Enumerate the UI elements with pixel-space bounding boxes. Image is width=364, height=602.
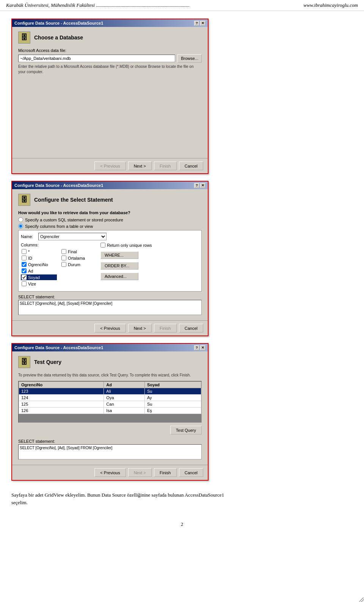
cancel-button[interactable]: Cancel [179, 161, 203, 170]
cancel-button3[interactable]: Cancel [179, 468, 203, 477]
cell-su1: Su [144, 388, 201, 395]
return-unique-label: Return only unique rows [107, 243, 152, 248]
database-icon3: 🗄 [18, 356, 30, 368]
columns-left: Columns: * Final [21, 243, 97, 287]
select-textarea[interactable]: SELECT [OgrenciNo], [Ad], [Soyad] FROM [… [18, 300, 202, 315]
name-select[interactable]: Ogrenciler [38, 233, 107, 240]
radio2-input[interactable] [18, 224, 23, 229]
advanced-button[interactable]: Advanced... [100, 273, 138, 280]
cell-su2: Su [144, 401, 201, 408]
col-ortalama-cb[interactable] [61, 256, 66, 260]
browse-button[interactable]: Browse... [177, 54, 202, 63]
col-ad-cb[interactable] [22, 268, 27, 273]
orderby-button[interactable]: ORDER BY... [100, 262, 138, 270]
name-row: Name: Ogrenciler [21, 233, 199, 240]
footer-text1: Sayfaya bir adet GridView ekleyelim. Bun… [11, 492, 224, 498]
dialog2-body: 🗄 Configure the Select Statement How wou… [12, 189, 208, 320]
header-left: Karabük Üniversitesi, Mühendislik Fakült… [6, 2, 190, 8]
dialog3-footer: < Previous Next > Finish Cancel [12, 465, 208, 480]
name-label: Name: [21, 234, 36, 239]
spacer1 [18, 78, 202, 154]
col-soyad-cb[interactable] [22, 275, 27, 280]
col-id-cb[interactable] [22, 256, 27, 260]
prev-button[interactable]: < Previous [94, 161, 126, 170]
col-durum: Durum [61, 262, 97, 267]
file-input[interactable] [18, 55, 175, 62]
cancel-button2[interactable]: Cancel [179, 324, 203, 332]
dialog1-titlebar: Configure Data Source - AccessDataSource… [12, 19, 208, 27]
dialog2-close-btn[interactable]: ✕ [200, 183, 206, 188]
header-right: www.ibrahimcayiroglu.com [303, 2, 358, 8]
dialog3-body: 🗄 Test Query To preview the data returne… [12, 351, 208, 465]
cell-can: Can [104, 401, 145, 408]
select-label3: SELECT statement: [18, 439, 202, 444]
file-input-row: Browse... [18, 54, 202, 63]
next-button3[interactable]: Next > [128, 468, 152, 477]
radio1-input[interactable] [18, 217, 23, 222]
page-content: Configure Data Source - AccessDataSource… [0, 11, 364, 514]
radio2-option: Specify columns from a table or view [18, 224, 202, 229]
dialog3-close-btn[interactable]: ✕ [200, 345, 206, 350]
page-number: 2 [0, 521, 364, 527]
finish-button[interactable]: Finish [154, 161, 177, 170]
finish-button3[interactable]: Finish [154, 468, 177, 477]
dialog1-close-btn[interactable]: ✕ [200, 21, 206, 26]
col-ad: Ad [21, 268, 57, 274]
col-final-cb[interactable] [61, 249, 66, 254]
columns-right: Return only unique rows WHERE... ORDER B… [100, 243, 152, 287]
dialog3-help-btn[interactable]: ? [194, 345, 199, 350]
cell-ali: Ali [104, 388, 145, 395]
select-statement-box: SELECT statement: SELECT [OgrenciNo], [A… [18, 295, 202, 316]
radio2-label: Specify columns from a table or view [25, 224, 93, 229]
dialog1-body: 🗄 Choose a Database Microsoft Access dat… [12, 27, 208, 158]
query-table: OgrenciNo Ad Soyad 123 Ali Su 124 [19, 381, 201, 414]
cell-oya: Oya [104, 395, 145, 401]
cell-isa: Isa [104, 408, 145, 414]
table-row: 126 Isa Eş [19, 408, 201, 414]
question-label: How would you like to retrieve data from… [18, 210, 202, 215]
where-button[interactable]: WHERE... [100, 251, 138, 259]
col-star-cb[interactable] [22, 249, 27, 254]
return-unique-row: Return only unique rows [100, 243, 152, 248]
col-ortalama: Ortalama [61, 255, 97, 261]
dialog3-titlebar-buttons: ? ✕ [194, 345, 206, 350]
col-ogrencino-cb[interactable] [22, 262, 27, 267]
col-vize-cb[interactable] [22, 281, 27, 286]
test-query-button[interactable]: Test Query [170, 426, 202, 434]
dialog2-footer: < Previous Next > Finish Cancel [12, 320, 208, 335]
dialog2-titlebar-buttons: ? ✕ [194, 183, 206, 188]
dialog2-help-btn[interactable]: ? [194, 183, 199, 188]
next-button2[interactable]: Next > [128, 324, 152, 332]
col-durum-cb[interactable] [61, 262, 66, 267]
col-star: * [21, 249, 57, 254]
col-ogrencino: OgrenciNo [21, 262, 57, 267]
finish-button2[interactable]: Finish [154, 324, 177, 332]
dialog2-heading: 🗄 Configure the Select Statement [18, 194, 202, 206]
hint-text: Enter the relative path to a Microsoft A… [18, 64, 202, 75]
col-vize: Vize [21, 281, 57, 287]
test-query-row: Test Query [18, 426, 202, 437]
prev-button3[interactable]: < Previous [94, 468, 126, 477]
dialog2-titlebar: Configure Data Source - AccessDataSource… [12, 182, 208, 189]
dialog3-titlebar: Configure Data Source - AccessDataSource… [12, 344, 208, 351]
cell-123: 123 [19, 388, 104, 395]
col-id: ID [21, 255, 57, 261]
columns-label: Columns: [21, 243, 97, 247]
col-header-ad: Ad [104, 382, 145, 388]
cell-ay: Ay [144, 395, 201, 401]
next-button[interactable]: Next > [128, 161, 152, 170]
database-icon: 🗄 [18, 31, 30, 44]
database-icon2: 🗄 [18, 194, 30, 206]
col-soyad: Soyad [21, 274, 57, 280]
prev-button2[interactable]: < Previous [94, 324, 126, 332]
dialog1-titlebar-buttons: ? ✕ [194, 21, 206, 26]
dialog1-help-btn[interactable]: ? [194, 21, 199, 26]
table-row: 123 Ali Su [19, 388, 201, 395]
columns-section: Columns: * Final [21, 243, 199, 287]
return-unique-cb[interactable] [100, 243, 105, 248]
dialog1-footer: < Previous Next > Finish Cancel [12, 158, 208, 173]
footer-text: Sayfaya bir adet GridView ekleyelim. Bun… [11, 491, 224, 506]
footer-text2: seçelim. [11, 500, 28, 505]
select-textarea3[interactable]: SELECT [OgrenciNo], [Ad], [Soyad] FROM [… [18, 444, 202, 459]
dialog1-title: Configure Data Source - AccessDataSource… [14, 21, 103, 25]
